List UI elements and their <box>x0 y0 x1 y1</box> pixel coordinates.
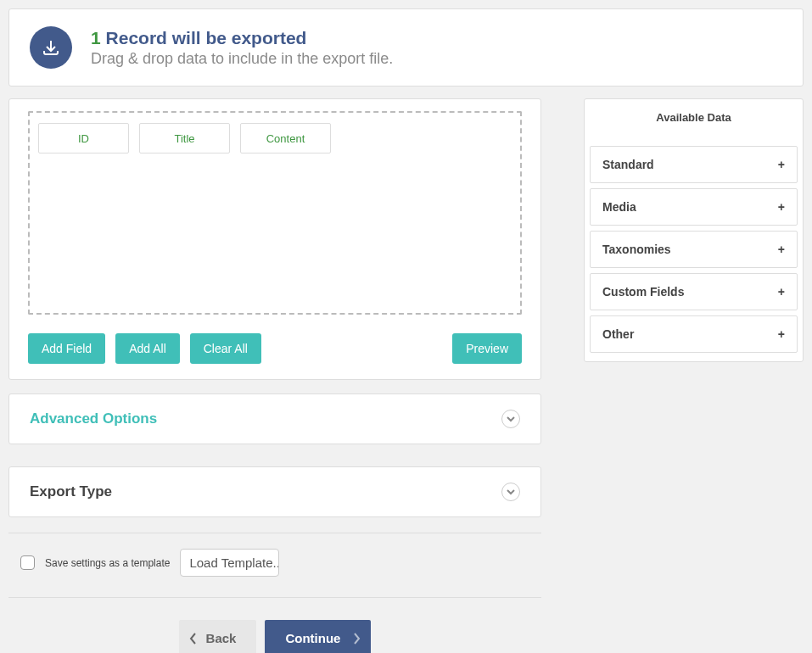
header-title-text: Record will be exported <box>106 28 307 47</box>
load-template-select[interactable]: Load Template... <box>180 549 279 577</box>
available-item-taxonomies[interactable]: Taxonomies + <box>590 231 798 268</box>
clear-all-button[interactable]: Clear All <box>190 333 261 364</box>
plus-icon: + <box>778 243 785 256</box>
continue-button[interactable]: Continue <box>265 620 371 653</box>
available-data-heading: Available Data <box>585 99 803 146</box>
field-chip-id[interactable]: ID <box>38 123 129 153</box>
header-subtitle: Drag & drop data to include in the expor… <box>91 50 393 68</box>
field-chip-title[interactable]: Title <box>139 123 230 153</box>
field-builder-panel: ID Title Content Add Field Add All Clear… <box>8 98 541 380</box>
plus-icon: + <box>778 158 785 171</box>
advanced-options-title: Advanced Options <box>30 410 157 427</box>
add-all-button[interactable]: Add All <box>115 333 180 364</box>
drop-zone[interactable]: ID Title Content <box>28 111 522 315</box>
plus-icon: + <box>778 327 785 341</box>
plus-icon: + <box>778 285 785 299</box>
continue-button-label: Continue <box>285 631 340 645</box>
back-button[interactable]: Back <box>179 620 257 653</box>
header-title: 1 Record will be exported <box>91 28 393 48</box>
nav-buttons: Back Continue <box>8 620 541 653</box>
field-chip-content[interactable]: Content <box>240 123 331 153</box>
save-template-row: Save settings as a template Load Templat… <box>8 545 541 577</box>
add-field-button[interactable]: Add Field <box>28 333 105 364</box>
available-item-media[interactable]: Media + <box>590 188 798 226</box>
chevron-down-icon <box>501 410 520 428</box>
preview-button[interactable]: Preview <box>452 333 522 364</box>
plus-icon: + <box>778 200 785 214</box>
available-item-label: Custom Fields <box>602 285 684 299</box>
chevron-left-icon <box>189 633 198 645</box>
save-template-checkbox[interactable] <box>20 555 35 570</box>
back-button-label: Back <box>206 631 237 645</box>
chevron-down-icon <box>501 483 520 501</box>
header-text: 1 Record will be exported Drag & drop da… <box>91 28 393 68</box>
export-type-accordion[interactable]: Export Type <box>8 466 541 517</box>
divider <box>8 597 541 598</box>
available-item-label: Other <box>602 327 634 341</box>
chevron-right-icon <box>352 633 361 645</box>
available-item-label: Media <box>602 200 636 214</box>
divider <box>8 533 541 533</box>
header-panel: 1 Record will be exported Drag & drop da… <box>8 8 804 87</box>
available-item-label: Taxonomies <box>602 243 671 256</box>
download-icon <box>30 26 72 69</box>
save-template-label: Save settings as a template <box>45 557 170 569</box>
available-item-other[interactable]: Other + <box>590 315 798 353</box>
available-item-custom-fields[interactable]: Custom Fields + <box>590 273 798 310</box>
available-item-label: Standard <box>602 158 654 171</box>
available-item-standard[interactable]: Standard + <box>590 146 798 183</box>
export-type-title: Export Type <box>30 483 112 500</box>
available-data-panel: Available Data Standard + Media + Taxono… <box>584 98 804 362</box>
advanced-options-accordion[interactable]: Advanced Options <box>8 393 541 444</box>
record-count: 1 <box>91 28 101 47</box>
